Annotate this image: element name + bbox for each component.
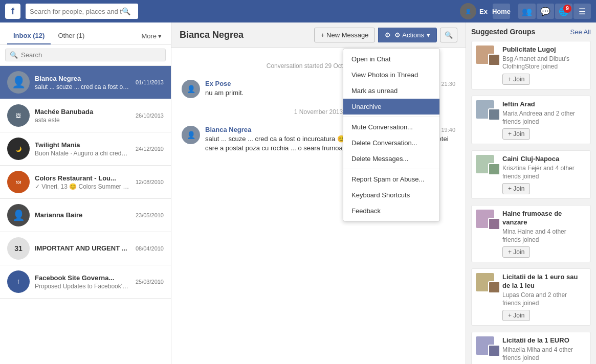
list-item[interactable]: 👤 Marianna Baire 23/05/2010 <box>0 199 171 232</box>
dropdown-delete-msgs[interactable]: Delete Messages... <box>343 151 439 167</box>
message-view-header: Bianca Negrea + New Message ⚙ ⚙ Actions … <box>171 22 466 48</box>
message-view: Bianca Negrea + New Message ⚙ ⚙ Actions … <box>171 22 466 364</box>
nav-icon-group: 👥 💬 🌐 9 ☰ <box>518 4 591 19</box>
avatar: f <box>7 270 30 293</box>
list-item[interactable]: 🍽 Colors Restaurant - Lou... ✓ Vineri, 1… <box>0 166 171 199</box>
msg-sender-name: IMPORTANT AND URGENT ... <box>35 244 130 252</box>
msg-date: 24/12/2010 <box>136 146 164 152</box>
search-conversation-button[interactable]: 🔍 <box>440 28 457 42</box>
home-icon: Home <box>492 8 511 15</box>
group-name: Publicitate Lugoj <box>502 46 586 54</box>
group-desc: Mihaella Miha and 4 other friends joined <box>502 346 586 362</box>
dropdown-divider <box>343 117 439 117</box>
nav-notifications-btn[interactable]: 🌐 9 <box>555 4 572 19</box>
group-avatar <box>476 336 498 355</box>
actions-chevron-icon: ▾ <box>427 31 430 39</box>
suggested-groups-title: Suggested Groups <box>471 28 535 36</box>
join-group-button[interactable]: + Join <box>502 128 530 140</box>
group-name: Licitatii de la 1 EURO <box>502 336 586 345</box>
nav-friends-btn[interactable]: 👥 <box>518 4 536 19</box>
list-item[interactable]: f Facebook Site Governa... Proposed Upda… <box>0 265 171 299</box>
avatar: 🍽 <box>7 171 30 193</box>
nav-menu-btn[interactable]: ☰ <box>573 4 591 19</box>
dropdown-mute[interactable]: Mute Conversation... <box>343 119 439 135</box>
nav-user-area[interactable]: 👤 Ex <box>460 3 488 19</box>
facebook-logo: f <box>5 4 20 19</box>
search-icon: 🔍 <box>445 31 453 39</box>
dropdown-open-chat[interactable]: Open in Chat <box>343 51 439 67</box>
left-sidebar: Inbox (12) Other (1) More ▾ 🔍 👤 <box>0 22 171 364</box>
friends-icon: 👥 <box>522 7 532 16</box>
list-item[interactable]: 🖼 Machée Banubada asta este 26/10/2013 <box>0 99 171 132</box>
msg-preview: Proposed Updates to Facebook's ... <box>35 283 130 290</box>
avatar: 👤 <box>182 80 200 98</box>
group-avatar <box>476 273 498 291</box>
message-search-bar: 🔍 <box>0 44 171 66</box>
see-all-link[interactable]: See All <box>570 28 591 36</box>
nav-search-bar[interactable]: 🔍 <box>26 4 138 19</box>
bubble-sender: Ex Pose <box>205 80 231 87</box>
msg-date: 25/03/2010 <box>136 279 164 285</box>
avatar: 👤 <box>7 204 30 226</box>
list-item[interactable]: 🌙 Twilight Mania Buon Natale · Auguro a … <box>0 132 171 166</box>
dropdown-unarchive[interactable]: Unarchive <box>343 99 439 115</box>
nav-search-icon: 🔍 <box>122 7 130 15</box>
list-item[interactable]: 31 IMPORTANT AND URGENT ... 08/04/2010 <box>0 232 171 265</box>
dropdown-feedback[interactable]: Feedback <box>343 203 439 219</box>
right-sidebar: Suggested Groups See All Publicitate Lug… <box>466 22 596 364</box>
gear-icon: ⚙ <box>385 31 391 39</box>
group-name: Ieftin Arad <box>502 100 586 109</box>
msg-sender-name: Marianna Baire <box>35 211 130 219</box>
msg-preview: Buon Natale · Auguro a chi crede i... <box>35 150 130 157</box>
msg-sender-name: Machée Banubada <box>35 108 130 116</box>
group-avatar <box>476 46 498 64</box>
tab-other[interactable]: Other (1) <box>52 28 91 44</box>
dropdown-keyboard-shortcuts[interactable]: Keyboard Shortcuts <box>343 187 439 203</box>
search-icon: 🔍 <box>10 51 18 59</box>
avatar: 🖼 <box>7 104 30 127</box>
msg-sender-name: Bianca Negrea <box>35 75 130 82</box>
group-avatar <box>476 210 498 228</box>
msg-sender-name: Facebook Site Governa... <box>35 274 130 282</box>
group-name: Licitatii de la 1 euro sau de la 1 leu <box>502 273 586 290</box>
suggested-group-item: Licitatii de la 1 EURO Mihaella Miha and… <box>471 332 591 364</box>
top-navigation: f 🔍 👤 Ex Home 👥 💬 🌐 9 ☰ <box>0 0 596 22</box>
suggested-groups-header: Suggested Groups See All <box>471 28 591 36</box>
group-avatar <box>476 155 498 173</box>
avatar: 👤 <box>7 71 30 94</box>
suggested-group-item: Haine frumoase de vanzare Mina Haine and… <box>471 205 591 262</box>
join-group-button[interactable]: + Join <box>502 183 530 194</box>
dropdown-divider-2 <box>343 169 439 169</box>
dropdown-view-photos[interactable]: View Photos in Thread <box>343 67 439 83</box>
suggested-group-item: Caini Cluj-Napoca Krisztina Fejér and 4 … <box>471 150 591 199</box>
group-desc: Maria Andreea and 2 other friends joined <box>502 110 586 126</box>
nav-home-btn[interactable]: Home <box>493 4 510 19</box>
dropdown-mark-unread[interactable]: Mark as unread <box>343 83 439 99</box>
nav-user-name: Ex <box>479 8 488 15</box>
new-message-button[interactable]: + New Message <box>314 28 376 42</box>
notifications-badge: 9 <box>563 5 571 13</box>
actions-button[interactable]: ⚙ ⚙ Actions ▾ <box>378 28 437 42</box>
join-group-button[interactable]: + Join <box>502 74 530 85</box>
avatar: 31 <box>7 237 30 260</box>
actions-dropdown: Open in Chat View Photos in Thread Mark … <box>343 49 440 221</box>
join-group-button[interactable]: + Join <box>502 246 530 258</box>
conversation-title: Bianca Negrea <box>180 30 244 40</box>
dropdown-delete-convo[interactable]: Delete Conversation... <box>343 135 439 151</box>
message-search-input[interactable] <box>21 51 161 59</box>
avatar: 🌙 <box>7 138 30 160</box>
nav-messages-btn[interactable]: 💬 <box>537 4 554 19</box>
msg-date: 01/11/2013 <box>136 79 164 85</box>
list-item[interactable]: 👤 Bianca Negrea salut ... scuze ... cred… <box>0 66 171 99</box>
tab-inbox[interactable]: Inbox (12) <box>7 28 51 44</box>
msg-sender-name: Colors Restaurant - Lou... <box>35 174 130 182</box>
inbox-tabs: Inbox (12) Other (1) More ▾ <box>0 22 171 44</box>
msg-sender-name: Twilight Mania <box>35 141 130 149</box>
group-avatar <box>476 100 498 119</box>
join-group-button[interactable]: + Join <box>502 310 530 321</box>
group-desc: Mina Haine and 4 other friends joined <box>502 228 586 244</box>
msg-date: 23/05/2010 <box>136 212 164 218</box>
dropdown-report-spam[interactable]: Report Spam or Abuse... <box>343 171 439 187</box>
nav-search-input[interactable] <box>30 8 122 15</box>
tab-more[interactable]: More ▾ <box>139 28 164 44</box>
